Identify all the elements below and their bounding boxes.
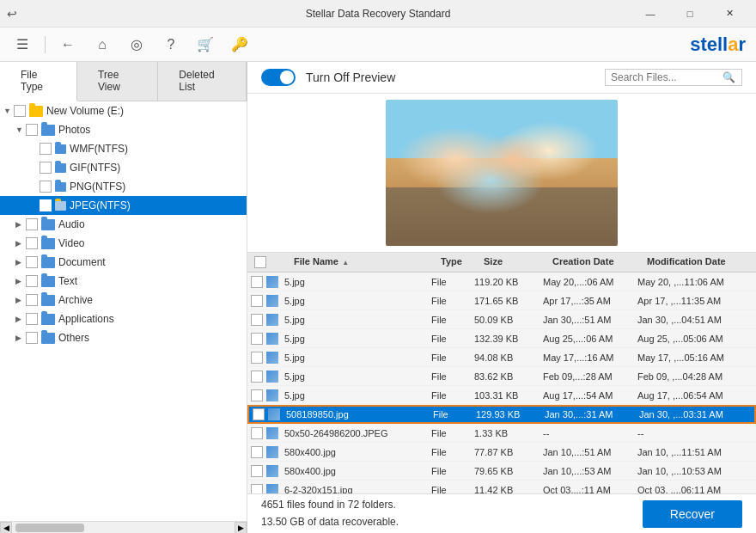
file-type-cell: File bbox=[431, 296, 474, 306]
tree-item-wmf[interactable]: WMF(NTFS) bbox=[0, 139, 247, 158]
file-name-cell: 5.jpg bbox=[281, 277, 431, 287]
tree-item-root[interactable]: ▼ New Volume (E:) bbox=[0, 101, 247, 120]
table-row[interactable]: 5.jpgFile103.31 KBAug 17,...:54 AMAug 17… bbox=[247, 386, 756, 405]
checkbox-archive[interactable] bbox=[26, 294, 38, 306]
file-row-checkbox[interactable] bbox=[251, 427, 263, 439]
checkbox-text[interactable] bbox=[26, 275, 38, 287]
file-creation-cell: Aug 17,...:54 AM bbox=[543, 390, 637, 401]
tab-file-type[interactable]: File Type bbox=[0, 62, 77, 101]
file-size-cell: 119.20 KB bbox=[474, 277, 543, 287]
file-row-checkbox[interactable] bbox=[251, 295, 263, 307]
file-row-checkbox[interactable] bbox=[251, 276, 263, 288]
table-row[interactable]: 5.jpgFile83.62 KBFeb 09,...:28 AMFeb 09,… bbox=[247, 367, 756, 386]
header-size[interactable]: Size bbox=[484, 256, 552, 268]
checkbox-root[interactable] bbox=[14, 105, 26, 117]
folder-icon-jpeg bbox=[55, 201, 66, 211]
checkbox-document[interactable] bbox=[26, 256, 38, 268]
back-icon[interactable]: ← bbox=[56, 33, 80, 57]
table-row[interactable]: 5.jpgFile132.39 KBAug 25,...:06 AMAug 25… bbox=[247, 329, 756, 348]
header-checkbox[interactable] bbox=[247, 256, 273, 268]
file-row-checkbox[interactable] bbox=[251, 314, 263, 326]
table-row[interactable]: 580x400.jpgFile79.65 KBJan 10,...:53 AMJ… bbox=[247, 462, 756, 481]
table-row[interactable]: 5.jpgFile119.20 KBMay 20,...:06 AMMay 20… bbox=[247, 273, 756, 291]
help-icon[interactable]: ? bbox=[159, 33, 183, 57]
file-modification-cell: Feb 09, ,...04:28 AM bbox=[637, 371, 741, 382]
close-button[interactable]: ✕ bbox=[710, 0, 749, 28]
header-filename[interactable]: File Name ▲ bbox=[290, 256, 441, 268]
select-all-checkbox[interactable] bbox=[254, 256, 266, 268]
checkbox-photos[interactable] bbox=[26, 124, 38, 136]
table-row[interactable]: 580x400.jpgFile77.87 KBJan 10,...:51 AMJ… bbox=[247, 443, 756, 462]
checkbox-gif[interactable] bbox=[40, 162, 52, 174]
tree-item-applications[interactable]: ▶ Applications bbox=[0, 309, 247, 328]
file-name-cell: 5.jpg bbox=[281, 315, 431, 325]
file-row-checkbox[interactable] bbox=[251, 446, 263, 458]
scroll-right-button[interactable]: ▶ bbox=[235, 522, 247, 534]
header-type[interactable]: Type bbox=[441, 256, 484, 268]
tree-item-others[interactable]: ▶ Others bbox=[0, 328, 247, 347]
tree-item-photos[interactable]: ▼ Photos bbox=[0, 120, 247, 139]
menu-icon[interactable]: ☰ bbox=[10, 33, 34, 57]
preview-toggle[interactable] bbox=[261, 69, 296, 86]
file-modification-cell: -- bbox=[637, 428, 741, 438]
file-row-checkbox[interactable] bbox=[251, 371, 263, 383]
tab-tree-view[interactable]: Tree View bbox=[77, 62, 158, 101]
file-name-cell: 5.jpg bbox=[281, 390, 431, 401]
scan-icon[interactable]: ◎ bbox=[125, 33, 149, 57]
tree-item-jpeg[interactable]: JPEG(NTFS) bbox=[0, 196, 247, 215]
checkbox-png[interactable] bbox=[40, 181, 52, 193]
file-name-cell: 580x400.jpg bbox=[281, 466, 431, 476]
folder-icon-others bbox=[41, 333, 55, 344]
file-name-cell: 508189850.jpg bbox=[283, 409, 433, 420]
tree-item-png[interactable]: PNG(NTFS) bbox=[0, 177, 247, 196]
checkbox-applications[interactable] bbox=[26, 313, 38, 325]
tree-item-text[interactable]: ▶ Text bbox=[0, 272, 247, 291]
table-row[interactable]: 50x50-264986200.JPEGFile1.33 KB---- bbox=[247, 424, 756, 443]
checkbox-others[interactable] bbox=[26, 332, 38, 344]
table-row[interactable]: 508189850.jpgFile129.93 KBJan 30,...:31 … bbox=[247, 405, 756, 424]
tabs: File Type Tree View Deleted List bbox=[0, 62, 247, 101]
file-type-icon bbox=[266, 276, 278, 288]
file-type-cell: File bbox=[431, 352, 474, 363]
cart-icon[interactable]: 🛒 bbox=[193, 33, 217, 57]
minimize-button[interactable]: — bbox=[631, 0, 670, 28]
checkbox-audio[interactable] bbox=[26, 218, 38, 230]
key-icon[interactable]: 🔑 bbox=[228, 33, 252, 57]
table-row[interactable]: 5.jpgFile50.09 KBJan 30,...:51 AMJan 30,… bbox=[247, 310, 756, 329]
table-row[interactable]: 5.jpgFile94.08 KBMay 17,...:16 AMMay 17,… bbox=[247, 348, 756, 367]
header-modification[interactable]: Modification Date bbox=[647, 256, 750, 268]
file-type-icon bbox=[266, 371, 278, 383]
checkbox-wmf[interactable] bbox=[40, 143, 52, 155]
search-icon[interactable]: 🔍 bbox=[722, 71, 735, 83]
checkbox-video[interactable] bbox=[26, 237, 38, 249]
file-row-checkbox[interactable] bbox=[251, 389, 263, 401]
tree-item-document[interactable]: ▶ Document bbox=[0, 253, 247, 272]
file-row-checkbox[interactable] bbox=[251, 465, 263, 477]
table-row[interactable]: 6-2-320x151.jpgFile11.42 KBOct 03,...:11… bbox=[247, 481, 756, 493]
file-modification-cell: May 17, ,...05:16 AM bbox=[637, 352, 741, 363]
tree-item-audio[interactable]: ▶ Audio bbox=[0, 215, 247, 234]
folder-icon-text bbox=[41, 276, 55, 287]
header-creation[interactable]: Creation Date bbox=[552, 256, 647, 268]
scroll-left-button[interactable]: ◀ bbox=[0, 522, 12, 534]
home-icon[interactable]: ⌂ bbox=[90, 33, 114, 57]
search-input[interactable] bbox=[611, 71, 722, 83]
file-name-cell: 5.jpg bbox=[281, 334, 431, 344]
tree-item-video[interactable]: ▶ Video bbox=[0, 234, 247, 253]
table-row[interactable]: 5.jpgFile171.65 KBApr 17,...:35 AMApr 17… bbox=[247, 291, 756, 310]
tree-item-gif[interactable]: GIF(NTFS) bbox=[0, 158, 247, 177]
preview-title: Turn Off Preview bbox=[306, 70, 395, 84]
file-row-checkbox[interactable] bbox=[251, 352, 263, 364]
tree-item-archive[interactable]: ▶ Archive bbox=[0, 291, 247, 309]
file-row-checkbox[interactable] bbox=[251, 333, 263, 345]
recover-button[interactable]: Recover bbox=[643, 500, 742, 528]
checkbox-jpeg[interactable] bbox=[40, 199, 52, 211]
tree-label-applications: Applications bbox=[58, 313, 114, 325]
tab-deleted-list[interactable]: Deleted List bbox=[158, 62, 247, 101]
scroll-thumb[interactable] bbox=[15, 524, 84, 532]
file-size-cell: 129.93 KB bbox=[476, 409, 545, 420]
file-row-checkbox[interactable] bbox=[251, 484, 263, 494]
file-row-checkbox[interactable] bbox=[253, 408, 265, 420]
file-modification-cell: Jan 30, ,...04:51 AM bbox=[637, 315, 741, 325]
maximize-button[interactable]: □ bbox=[670, 0, 710, 28]
